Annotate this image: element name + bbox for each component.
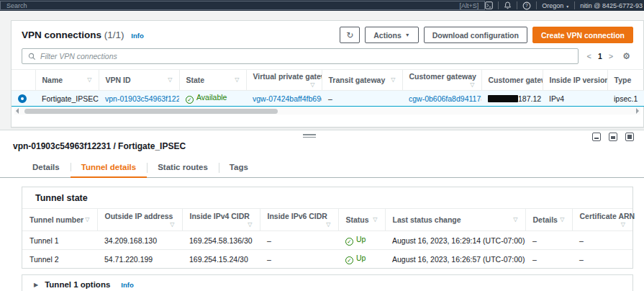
column-header-transit-gateway[interactable]: Transit gateway▽: [322, 70, 402, 91]
info-link[interactable]: Info: [121, 281, 133, 289]
sort-icon[interactable]: ▽: [621, 221, 625, 228]
column-header-outside-ip[interactable]: Outside IP address▽: [97, 209, 182, 231]
tunnel-state-table: Tunnel number▽ Outside IP address▽ Insid…: [22, 208, 632, 268]
cell-inside-ipv4: 169.254.15.24/30: [182, 250, 260, 269]
scroll-right-arrow[interactable]: [636, 108, 639, 114]
tunnel-row-1: Tunnel 1 34.209.168.130 169.254.58.136/3…: [22, 231, 632, 250]
resource-count: (1/1): [104, 30, 124, 40]
download-configuration-button[interactable]: Download configuration: [424, 27, 527, 43]
column-header-status[interactable]: Status▽: [338, 209, 385, 231]
vpn-id-link[interactable]: vpn-01903c54963f12231: [105, 94, 179, 103]
chevron-down-icon: ▼: [566, 4, 569, 9]
cell-details: –: [525, 250, 572, 269]
actions-button[interactable]: Actions ▼: [365, 27, 418, 43]
cell-inside-ip-version: IPv4: [543, 91, 607, 107]
cell-details: –: [525, 231, 572, 250]
virtual-private-gateway-link[interactable]: vgw-07424baff4fb69d6a: [253, 94, 322, 103]
sort-icon[interactable]: ▽: [373, 216, 377, 223]
tunnel-1-options-expander[interactable]: ▶ Tunnel 1 options Info: [22, 274, 633, 291]
column-header-details[interactable]: Details▽: [525, 209, 572, 231]
cell-last-status-change: August 16, 2023, 16:26:57 (UTC-07:00): [385, 250, 525, 269]
tab-tunnel-details[interactable]: Tunnel details: [71, 158, 147, 178]
cell-outside-ip: 54.71.220.199: [97, 250, 182, 269]
sort-icon[interactable]: ▽: [248, 221, 252, 228]
column-header-vpn-id[interactable]: VPN ID▽: [99, 70, 179, 91]
detail-panel-title: vpn-01903c54963f12231 / Fortigate_IPSEC: [13, 141, 644, 151]
panel-position-bottom-icon[interactable]: [592, 133, 601, 141]
status-up-icon: ✓: [345, 256, 353, 264]
column-header-state[interactable]: State▽: [179, 70, 246, 91]
tab-details[interactable]: Details: [22, 158, 71, 178]
sort-icon[interactable]: ▽: [326, 221, 330, 228]
horizontal-scrollbar[interactable]: [14, 108, 640, 115]
status-available-icon: ✓: [186, 96, 194, 104]
svg-text:?: ?: [525, 3, 528, 8]
column-header-customer-gateway[interactable]: Customer gateway▽: [402, 70, 481, 91]
cell-tunnel-number: Tunnel 2: [22, 250, 97, 269]
sort-icon[interactable]: ▽: [513, 216, 517, 223]
vpn-table-row[interactable]: Fortigate_IPSEC vpn-01903c54963f12231 ✓A…: [12, 91, 644, 107]
sort-icon[interactable]: ▽: [87, 76, 91, 83]
vpn-connections-panel: VPN connections (1/1) Info ↻ Actions ▼ D…: [11, 20, 644, 127]
sort-icon[interactable]: ▽: [170, 221, 174, 228]
refresh-button[interactable]: ↻: [340, 27, 360, 43]
panel-layout-controls: [592, 133, 634, 141]
cell-last-status-change: August 16, 2023, 16:29:14 (UTC-07:00): [385, 231, 525, 250]
vpn-connections-table: Name▽ VPN ID▽ State▽ Virtual private gat…: [12, 69, 644, 107]
column-header-customer-gateway-address[interactable]: Customer gateway ad...: [481, 70, 543, 91]
column-header-inside-ip-version[interactable]: Inside IP version: [543, 70, 607, 91]
sort-icon[interactable]: ▽: [235, 76, 239, 83]
filter-input[interactable]: Filter VPN connections: [22, 48, 579, 64]
customer-gateway-link[interactable]: cgw-0b606fa8d94117830: [409, 94, 481, 103]
sort-icon[interactable]: ▽: [470, 81, 474, 88]
scrollbar-thumb[interactable]: [24, 109, 278, 114]
search-placeholder: Search: [6, 2, 27, 9]
tunnel-state-card: Tunnel state Tunnel number▽ Outside IP a…: [22, 187, 633, 269]
account-menu[interactable]: nitin @ 8425-6772-93: [580, 2, 643, 9]
topbar-divider: [517, 1, 517, 9]
panel-position-full-icon[interactable]: [625, 133, 634, 141]
row-radio-selected[interactable]: [18, 94, 27, 103]
column-header-certificate-arn[interactable]: Certificate ARN▽: [572, 209, 632, 231]
cell-inside-ipv4: 169.254.58.136/30: [182, 231, 260, 250]
column-header-inside-ipv6-cidr[interactable]: Inside IPv6 CIDR▽: [260, 209, 338, 231]
create-vpn-connection-button[interactable]: Create VPN connection: [532, 27, 633, 43]
column-header-type[interactable]: Type: [607, 70, 644, 91]
next-page-button[interactable]: >: [609, 52, 613, 61]
help-icon[interactable]: ?: [522, 1, 531, 10]
cell-name: Fortigate_IPSEC: [35, 91, 99, 107]
column-header-name[interactable]: Name▽: [35, 70, 99, 91]
tunnel-state-title: Tunnel state: [22, 187, 632, 208]
table-settings-gear-icon[interactable]: ⚙: [622, 51, 630, 61]
sort-icon[interactable]: ▽: [560, 216, 564, 223]
notifications-bell-icon[interactable]: [504, 1, 512, 9]
column-header-tunnel-number[interactable]: Tunnel number▽: [22, 209, 97, 231]
search-input[interactable]: Search [Alt+S]: [0, 1, 485, 10]
sort-icon[interactable]: ▽: [310, 81, 314, 88]
column-header-last-status-change[interactable]: Last status change▽: [385, 209, 525, 231]
sort-icon[interactable]: ▽: [168, 76, 172, 83]
select-column-header: [12, 70, 35, 91]
cell-inside-ipv6: –: [260, 231, 338, 250]
panel-position-side-icon[interactable]: [609, 133, 617, 141]
top-navigation-bar: Search [Alt+S] ? Oregon▼ nitin @ 8425-67…: [0, 0, 644, 11]
region-selector[interactable]: Oregon▼: [542, 2, 569, 9]
page-number[interactable]: 1: [598, 52, 602, 61]
cell-state: Available: [196, 93, 227, 102]
cloudshell-icon[interactable]: [485, 1, 493, 9]
info-link[interactable]: Info: [131, 32, 143, 40]
tab-static-routes[interactable]: Static routes: [147, 158, 219, 178]
sort-icon[interactable]: ▽: [85, 216, 89, 223]
scroll-left-arrow[interactable]: [16, 108, 19, 114]
cell-customer-gateway-address: 187.12: [481, 91, 543, 107]
page-title: VPN connections (1/1) Info: [22, 30, 144, 40]
sort-icon[interactable]: ▽: [391, 76, 395, 83]
filter-placeholder: Filter VPN connections: [40, 52, 117, 61]
previous-page-button[interactable]: <: [587, 52, 591, 61]
tab-tags[interactable]: Tags: [219, 158, 259, 178]
cell-tunnel-number: Tunnel 1: [22, 231, 97, 250]
column-header-inside-ipv4-cidr[interactable]: Inside IPv4 CIDR▽: [182, 209, 260, 231]
column-header-virtual-private-gateway[interactable]: Virtual private gateway▽: [246, 70, 322, 91]
status-up-icon: ✓: [345, 238, 353, 246]
split-panel-drag-handle[interactable]: [303, 133, 316, 138]
